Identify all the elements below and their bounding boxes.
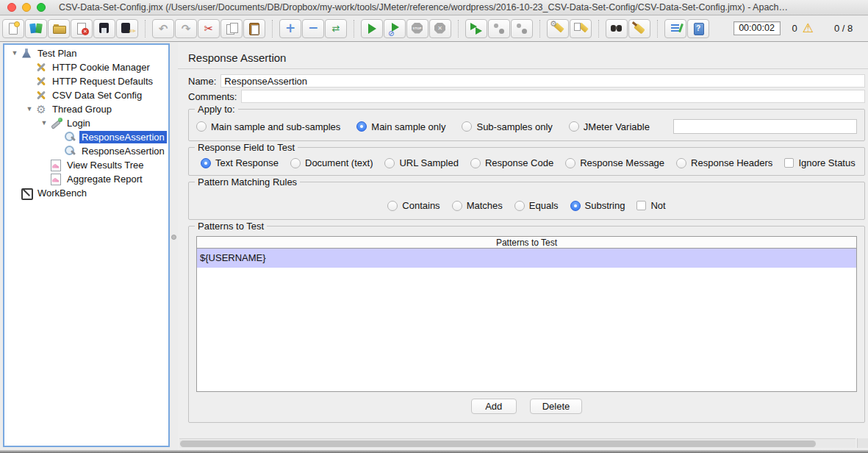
tree-item-label: HTTP Request Defaults <box>50 75 155 88</box>
remote-start-all-button[interactable] <box>465 19 487 38</box>
tree-item-responseassertion[interactable]: ResponseAssertion <box>4 144 168 158</box>
new-button[interactable] <box>2 19 24 38</box>
tree-item-thread-group[interactable]: ▼Thread Group <box>4 102 168 116</box>
radio-icon <box>290 158 301 168</box>
close-button[interactable] <box>71 19 93 38</box>
scrollbar-thumb[interactable] <box>180 440 816 447</box>
jmeter-window: CSV-Data-Set-Config.jmx (/Users/user/Doc… <box>0 0 868 453</box>
radio-contains[interactable]: Contains <box>387 200 440 211</box>
workbench-icon <box>21 188 33 199</box>
cut-button[interactable] <box>198 19 220 38</box>
function-helper-button[interactable] <box>664 19 686 38</box>
sampler-icon <box>50 118 62 129</box>
name-input[interactable] <box>220 74 865 88</box>
radio-substring[interactable]: Substring <box>570 200 625 211</box>
undo-button[interactable] <box>152 19 174 38</box>
warning-icon[interactable]: ⚠ <box>803 22 814 35</box>
clear-button[interactable] <box>547 19 569 38</box>
tree-item-label: Login <box>65 117 93 129</box>
remote-shutdown-all-icon <box>514 22 529 35</box>
checkbox-label: Ignore Status <box>798 157 855 168</box>
radio-document-text[interactable]: Document (text) <box>290 157 373 168</box>
expand-arrow-icon[interactable]: ▼ <box>9 46 21 60</box>
search-reset-button[interactable] <box>628 19 650 38</box>
apply-to-options: Main sample and sub-samplesMain sample o… <box>196 119 857 134</box>
splitter-handle-icon[interactable] <box>171 235 176 240</box>
tree-item-label: Aggregate Report <box>65 173 145 185</box>
apply-to-group: Apply to: Main sample and sub-samplesMai… <box>188 109 865 141</box>
radio-response-code[interactable]: Response Code <box>470 157 553 168</box>
panel-splitter[interactable] <box>170 42 178 450</box>
collapse-all-button[interactable] <box>302 19 324 38</box>
tree-item-workbench[interactable]: WorkBench <box>4 186 168 200</box>
close-window-button[interactable] <box>7 3 16 12</box>
pattern-rules-legend: Pattern Matching Rules <box>195 176 300 188</box>
radio-matches[interactable]: Matches <box>452 200 503 211</box>
minimize-window-button[interactable] <box>22 3 31 12</box>
templates-button[interactable] <box>25 19 47 38</box>
radio-main-sample-only[interactable]: Main sample only <box>356 121 445 132</box>
start-no-timers-icon <box>387 22 402 35</box>
start-no-timers-button[interactable] <box>384 19 406 38</box>
radio-equals[interactable]: Equals <box>514 200 559 211</box>
comments-input[interactable] <box>241 90 865 103</box>
radio-text-response[interactable]: Text Response <box>201 157 279 168</box>
radio-label: Text Response <box>215 157 279 168</box>
apply-to-legend: Apply to: <box>195 104 238 115</box>
toolbar-separator <box>651 20 658 38</box>
radio-icon <box>569 121 579 132</box>
function-helper-icon <box>668 22 683 35</box>
tree-item-view-results-tree[interactable]: View Results Tree <box>4 158 168 172</box>
radio-jmeter-variable[interactable]: JMeter Variable <box>569 121 650 132</box>
search-icon <box>609 22 624 35</box>
expand-arrow-icon[interactable]: ▼ <box>24 102 35 116</box>
search-button[interactable] <box>606 19 628 38</box>
tree-item-test-plan[interactable]: ▼Test Plan <box>4 46 168 60</box>
assertion-icon <box>65 132 77 143</box>
expand-arrow-icon[interactable]: ▼ <box>38 116 50 130</box>
remote-stop-all-button[interactable] <box>488 19 510 38</box>
radio-icon <box>470 158 481 168</box>
radio-response-headers[interactable]: Response Headers <box>676 157 772 168</box>
name-label: Name: <box>188 76 216 87</box>
open-button[interactable] <box>48 19 70 38</box>
radio-main-sample-and-sub-samples[interactable]: Main sample and sub-samples <box>196 121 340 132</box>
shutdown-button[interactable] <box>429 19 451 38</box>
radio-label: Main sample only <box>371 121 445 132</box>
tree-item-http-cookie-manager[interactable]: HTTP Cookie Manager <box>4 60 168 74</box>
radio-sub-samples-only[interactable]: Sub-samples only <box>462 121 552 132</box>
paste-button[interactable] <box>243 19 265 38</box>
tree-item-csv-data-set-config[interactable]: CSV Data Set Config <box>4 88 168 102</box>
tree-item-responseassertion[interactable]: ResponseAssertion <box>4 130 168 144</box>
tree-item-label: WorkBench <box>35 187 89 199</box>
checkbox-not[interactable]: Not <box>636 200 665 211</box>
radio-url-sampled[interactable]: URL Sampled <box>384 157 458 168</box>
copy-button[interactable] <box>220 19 243 38</box>
tree-item-login[interactable]: ▼Login <box>4 116 168 130</box>
horizontal-scrollbar[interactable] <box>179 438 856 448</box>
start-button[interactable] <box>361 19 383 38</box>
delete-button[interactable]: Delete <box>530 399 583 414</box>
expand-all-button[interactable] <box>279 19 301 38</box>
stop-button[interactable] <box>406 19 428 38</box>
add-button[interactable]: Add <box>471 399 517 414</box>
checkbox-ignore-status[interactable]: Ignore Status <box>784 157 855 168</box>
jmeter-variable-input[interactable] <box>673 119 857 134</box>
clear-all-button[interactable] <box>570 19 592 38</box>
help-button[interactable] <box>687 19 709 38</box>
remote-shutdown-all-button[interactable] <box>511 19 533 38</box>
radio-icon <box>570 201 581 211</box>
zoom-window-button[interactable] <box>37 3 46 12</box>
save-button[interactable] <box>93 19 115 38</box>
toolbar-separator <box>348 20 354 38</box>
radio-label: Equals <box>529 200 559 211</box>
save-as-button[interactable] <box>116 19 138 38</box>
radio-response-message[interactable]: Response Message <box>565 157 664 168</box>
redo-button[interactable] <box>175 19 197 38</box>
toggle-button[interactable] <box>325 19 347 38</box>
response-field-legend: Response Field to Test <box>195 142 298 153</box>
patterns-button-row: AddDelete <box>196 399 857 414</box>
tree-item-http-request-defaults[interactable]: HTTP Request Defaults <box>4 74 168 88</box>
tree-item-aggregate-report[interactable]: Aggregate Report <box>4 172 168 186</box>
pattern-row[interactable]: ${USERNAME} <box>197 249 856 268</box>
